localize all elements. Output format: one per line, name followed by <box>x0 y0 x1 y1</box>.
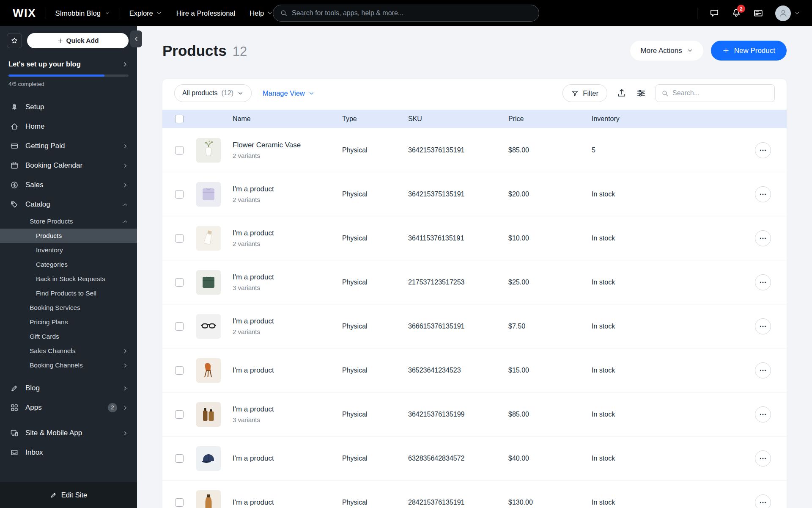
sidebar-item-booking-services[interactable]: Booking Services <box>0 301 137 315</box>
more-actions-button[interactable]: More Actions <box>630 41 703 61</box>
column-header-sku[interactable]: SKU <box>408 115 508 123</box>
sidebar-item-back-in-stock-requests[interactable]: Back in Stock Requests <box>0 272 137 286</box>
sidebar-item-products[interactable]: Products <box>0 229 137 243</box>
row-checkbox[interactable] <box>175 498 184 507</box>
page-title: Products 12 <box>162 42 247 59</box>
sidebar-item-getting-paid[interactable]: Getting Paid <box>0 136 137 156</box>
sidebar-item-blog[interactable]: Blog <box>0 378 137 398</box>
product-sku: 364215375135191 <box>408 190 508 198</box>
product-variants: 2 variants <box>233 196 342 203</box>
product-name[interactable]: I'm a product <box>233 366 342 375</box>
product-name[interactable]: Flower Ceramic Vase <box>233 141 342 149</box>
getting-paid-icon <box>10 142 19 150</box>
table-row: I'm a product 2 variants Physical 364115… <box>162 216 787 260</box>
column-header-inventory[interactable]: Inventory <box>592 115 739 123</box>
row-checkbox[interactable] <box>175 190 184 199</box>
sidebar-item-sales-channels[interactable]: Sales Channels <box>0 344 137 358</box>
view-filter-dropdown[interactable]: All products (12) <box>174 84 252 102</box>
product-price: $10.00 <box>508 235 592 242</box>
select-all-checkbox[interactable] <box>175 115 184 123</box>
row-actions-button[interactable] <box>755 318 771 334</box>
ellipsis-icon <box>759 234 767 243</box>
filter-icon <box>571 90 579 97</box>
sidebar-item-pricing-plans[interactable]: Pricing Plans <box>0 315 137 329</box>
global-search-input[interactable] <box>292 9 532 17</box>
table-search[interactable] <box>656 84 775 102</box>
product-name[interactable]: I'm a product <box>233 185 342 193</box>
row-checkbox[interactable] <box>175 322 184 331</box>
product-name[interactable]: I'm a product <box>233 454 342 463</box>
topbar-nav-hire-a-professional[interactable]: Hire a Professional <box>176 9 235 17</box>
setup-checklist-card[interactable]: Let's set up your blog 4/5 completed <box>0 48 137 87</box>
table-toolbar: All products (12) Manage View Filter <box>162 84 787 102</box>
site-selector[interactable]: SImobbin Blog <box>46 0 120 26</box>
updates-button[interactable] <box>753 8 763 18</box>
sidebar-item-booking-channels[interactable]: Booking Channels <box>0 358 137 373</box>
row-checkbox[interactable] <box>175 234 184 243</box>
row-checkbox[interactable] <box>175 410 184 419</box>
sidebar-item-store-products[interactable]: Store Products <box>0 214 137 229</box>
row-checkbox[interactable] <box>175 278 184 287</box>
filter-button[interactable]: Filter <box>562 84 607 102</box>
global-search[interactable] <box>273 5 539 22</box>
product-name[interactable]: I'm a product <box>233 498 342 507</box>
quick-add-button[interactable]: Quick Add <box>27 33 129 48</box>
favorites-button[interactable] <box>7 33 22 48</box>
sidebar-item-setup[interactable]: Setup <box>0 97 137 117</box>
sidebar-item-booking-calendar[interactable]: Booking Calendar <box>0 156 137 175</box>
row-actions-button[interactable] <box>755 362 771 378</box>
chair-thumbnail <box>196 358 221 383</box>
sidebar-item-categories[interactable]: Categories <box>0 257 137 272</box>
sidebar-item-catalog[interactable]: Catalog <box>0 195 137 214</box>
sidebar-item-home[interactable]: Home <box>0 117 137 136</box>
topbar-nav-explore[interactable]: Explore <box>129 9 162 17</box>
chat-button[interactable] <box>709 8 719 18</box>
product-type: Physical <box>342 411 408 418</box>
export-button[interactable] <box>617 88 627 98</box>
product-name[interactable]: I'm a product <box>233 405 342 414</box>
product-name[interactable]: I'm a product <box>233 229 342 237</box>
sales-icon <box>10 181 19 189</box>
product-name[interactable]: I'm a product <box>233 317 342 326</box>
column-header-type[interactable]: Type <box>342 115 408 123</box>
product-price: $25.00 <box>508 279 592 286</box>
table-search-input[interactable] <box>672 89 769 97</box>
account-menu[interactable] <box>775 6 800 21</box>
sidebar-item-find-products-to-sell[interactable]: Find Products to Sell <box>0 286 137 301</box>
table-settings-button[interactable] <box>636 88 646 98</box>
row-checkbox[interactable] <box>175 366 184 375</box>
row-checkbox[interactable] <box>175 146 184 155</box>
new-product-button[interactable]: New Product <box>711 41 787 61</box>
table-row: I'm a product Physical 284215376135191 $… <box>162 480 787 508</box>
row-actions-button[interactable] <box>755 142 771 158</box>
product-inventory: In stock <box>592 499 739 506</box>
manage-view-button[interactable]: Manage View <box>263 89 315 97</box>
row-actions-button[interactable] <box>755 494 771 508</box>
sidebar-item-inbox[interactable]: Inbox <box>0 443 137 462</box>
sidebar-item-inventory[interactable]: Inventory <box>0 243 137 257</box>
row-actions-button[interactable] <box>755 186 771 202</box>
product-name[interactable]: I'm a product <box>233 273 342 282</box>
topbar-nav-help[interactable]: Help <box>250 9 273 17</box>
inbox-icon <box>10 448 19 457</box>
column-header-price[interactable]: Price <box>508 115 592 123</box>
sidebar-item-apps[interactable]: Apps2 <box>0 398 137 417</box>
product-price: $40.00 <box>508 455 592 462</box>
column-header-name[interactable]: Name <box>233 115 342 123</box>
table-row: I'm a product 3 variants Physical 364215… <box>162 392 787 436</box>
topbar-divider <box>120 8 120 19</box>
row-actions-button[interactable] <box>755 274 771 290</box>
sidebar-collapse-button[interactable] <box>130 30 142 47</box>
notifications-button[interactable]: 2 <box>731 8 741 18</box>
bottle-thumbnail <box>196 490 221 508</box>
row-actions-button[interactable] <box>755 230 771 246</box>
sidebar-item-gift-cards[interactable]: Gift Cards <box>0 329 137 344</box>
edit-site-button[interactable]: Edit Site <box>0 482 137 508</box>
wix-logo[interactable]: WIX <box>13 7 36 20</box>
sidebar-item-sales[interactable]: Sales <box>0 175 137 195</box>
row-checkbox[interactable] <box>175 454 184 463</box>
row-actions-button[interactable] <box>755 406 771 422</box>
product-type: Physical <box>342 190 408 198</box>
sidebar-item-site-mobile-app[interactable]: Site & Mobile App <box>0 423 137 443</box>
row-actions-button[interactable] <box>755 450 771 467</box>
